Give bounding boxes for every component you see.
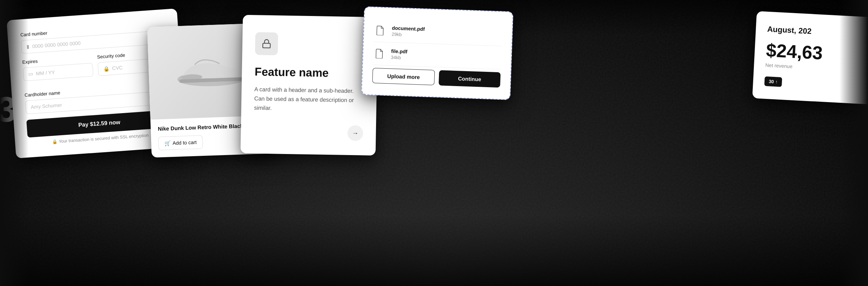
upload-actions: Upload more Continue [372,68,500,88]
file-name-1: document.pdf [392,25,425,32]
feature-description: A card with a header and a sub-header. C… [254,85,364,114]
security-placeholder: CVC [112,65,123,71]
expires-placeholder: MM / YY [36,69,55,76]
lock-small-icon: 🔒 [52,139,58,144]
vignette-bottom [0,215,868,286]
cart-icon: 🛒 [164,140,171,146]
revenue-amount: $24,63 [766,41,864,64]
expires-input[interactable]: ▭ MM / YY [23,63,93,81]
continue-button[interactable]: Continue [439,70,500,88]
file-size-2: 34kb [391,54,407,60]
feature-card: Feature name A card with a header and a … [241,15,378,156]
card-number-placeholder: 0000 0000 0000 0000 [32,40,81,49]
file-info-2: file.pdf 34kb [391,48,407,60]
revenue-badge: 30 ↑ [764,76,782,87]
file-item-2: file.pdf 34kb [373,42,502,70]
upload-more-button[interactable]: Upload more [372,68,435,85]
scene: 30 Card number ▮ 0000 0000 0000 0000 Exp… [0,0,868,286]
cardholder-placeholder: Amy Schumer [31,102,62,110]
upload-card: document.pdf 29kb file.pdf 34kb Upload m… [361,6,513,100]
feature-icon-wrapper [255,32,278,55]
svg-rect-3 [263,43,270,48]
arrow-icon: → [352,129,358,137]
shoe-image [173,52,252,90]
card-icon: ▮ [26,44,30,50]
file-icon-1 [374,24,387,37]
revenue-month: August, 202 [767,25,866,39]
revenue-card: August, 202 $24,63 Net revenue 30 ↑ [752,11,868,104]
file-size-1: 29kb [392,31,425,38]
pdf-icon-1 [376,25,385,36]
lock-icon: 🔒 [103,65,109,72]
feature-title: Feature name [254,65,329,80]
revenue-label: Net revenue [765,62,863,73]
add-to-cart-button[interactable]: 🛒 Add to cart [158,135,203,150]
file-name-2: file.pdf [391,48,407,54]
arrow-button[interactable]: → [347,125,363,141]
feature-lock-icon [262,39,272,49]
expires-security-row: Expires ▭ MM / YY Security code 🔒 CVC [22,49,168,81]
file-icon-2 [373,47,386,60]
badge-number: 30 [768,79,774,84]
file-info-1: document.pdf 29kb [392,25,425,38]
calendar-icon: ▭ [28,71,33,77]
pdf-icon-2 [375,48,384,59]
badge-arrow-icon: ↑ [775,79,778,84]
expires-group: Expires ▭ MM / YY [22,55,93,81]
